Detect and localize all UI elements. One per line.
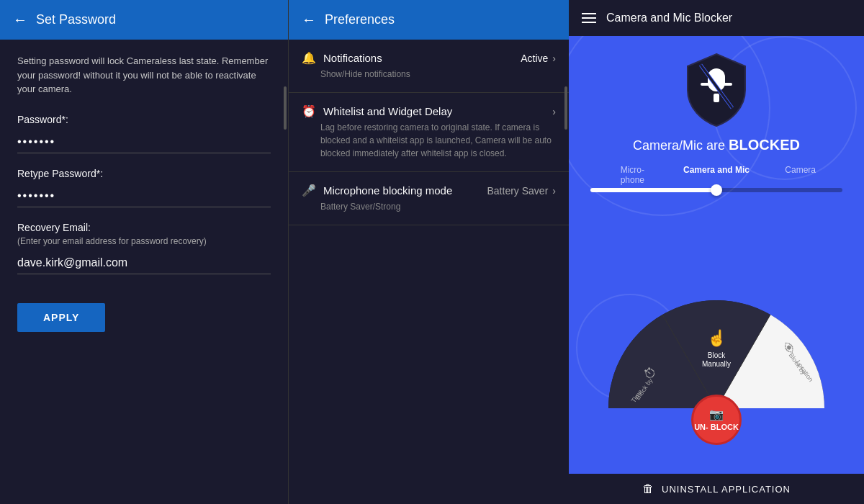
status-prefix: Camera/Mic are bbox=[633, 138, 729, 153]
info-text: Setting password will lock Cameraless la… bbox=[17, 54, 271, 96]
microphone-left: 🎤 Microphone blocking mode bbox=[302, 184, 452, 197]
retype-label: Retype Password*: bbox=[17, 168, 271, 179]
blocker-panel: Camera and Mic Blocker Camera/Mic are BL… bbox=[569, 0, 864, 504]
microphone-desc: Battery Saver/Strong bbox=[320, 200, 556, 213]
notifications-title: Notifications bbox=[323, 52, 382, 64]
slider-track[interactable] bbox=[590, 188, 842, 192]
svg-text:Block: Block bbox=[708, 351, 726, 359]
scrollbar[interactable] bbox=[284, 86, 287, 130]
shield-icon bbox=[680, 50, 752, 130]
whitelist-title: Whitelist and Widget Delay bbox=[323, 105, 452, 117]
notifications-item[interactable]: 🔔 Notifications Active › Show/Hide notif… bbox=[289, 40, 569, 93]
slider-fill bbox=[590, 188, 716, 192]
microphone-arrow: › bbox=[552, 185, 556, 197]
whitelist-item[interactable]: ⏰ Whitelist and Widget Delay › Lag befor… bbox=[289, 93, 569, 172]
svg-rect-2 bbox=[714, 94, 719, 102]
preferences-title: Preferences bbox=[325, 12, 395, 27]
slider-thumb[interactable] bbox=[711, 184, 722, 196]
retype-input[interactable] bbox=[17, 185, 271, 207]
blocker-header: Camera and Mic Blocker bbox=[569, 0, 864, 36]
bell-icon: 🔔 bbox=[302, 51, 316, 65]
svg-text:Manually: Manually bbox=[702, 360, 731, 368]
mode-label-microphone: Micro-phone bbox=[590, 165, 675, 185]
status-highlight: BLOCKED bbox=[729, 137, 800, 153]
blocker-title: Camera and Mic Blocker bbox=[606, 12, 732, 24]
whitelist-left: ⏰ Whitelist and Widget Delay bbox=[302, 104, 452, 118]
radial-container: ☝ Block Manually ⏱ Block by Time 👁 Block… bbox=[583, 207, 850, 459]
uninstall-bar[interactable]: 🗑 UNINSTALL APPLICATION bbox=[569, 474, 864, 504]
blocker-main: Camera/Mic are BLOCKED Micro-phone Camer… bbox=[569, 36, 864, 474]
set-password-panel: ← Set Password Setting password will loc… bbox=[0, 0, 288, 504]
pref-scrollbar[interactable] bbox=[564, 86, 567, 130]
notifications-right: Active › bbox=[521, 53, 556, 64]
password-field-group: Password*: bbox=[17, 114, 271, 153]
mic-icon: 🎤 bbox=[302, 184, 316, 197]
preferences-header: ← Preferences bbox=[289, 0, 569, 40]
clock-icon: ⏰ bbox=[302, 104, 316, 118]
status-text: Camera/Mic are BLOCKED bbox=[633, 137, 800, 153]
retype-field-group: Retype Password*: bbox=[17, 168, 271, 207]
recovery-field-group: Recovery Email: (Enter your email addres… bbox=[17, 222, 271, 274]
pref-back-arrow-icon[interactable]: ← bbox=[302, 12, 316, 28]
unblock-label: UN- BLOCK bbox=[694, 423, 739, 432]
whitelist-desc: Lag before restoring camera to original … bbox=[320, 121, 556, 160]
notifications-left: 🔔 Notifications bbox=[302, 51, 382, 65]
battery-saver-badge: Battery Saver bbox=[487, 185, 549, 197]
notifications-arrow: › bbox=[552, 53, 556, 64]
whitelist-arrow: › bbox=[552, 106, 556, 117]
microphone-title: Microphone blocking mode bbox=[323, 184, 452, 197]
microphone-right: Battery Saver › bbox=[487, 185, 557, 197]
recovery-label: Recovery Email: bbox=[17, 222, 271, 233]
uninstall-label: UNINSTALL APPLICATION bbox=[662, 484, 791, 495]
recovery-email-input[interactable] bbox=[17, 252, 271, 274]
hamburger-line-2 bbox=[582, 17, 596, 19]
microphone-header: 🎤 Microphone blocking mode Battery Saver… bbox=[302, 184, 556, 197]
svg-text:☝: ☝ bbox=[707, 328, 727, 348]
whitelist-right: › bbox=[552, 106, 556, 117]
mode-labels: Micro-phone Camera and Mic Camera bbox=[590, 165, 842, 185]
password-header: ← Set Password bbox=[0, 0, 288, 40]
password-content: Setting password will lock Cameraless la… bbox=[0, 40, 288, 504]
hamburger-menu-icon[interactable] bbox=[582, 13, 596, 23]
apply-button[interactable]: APPLY bbox=[17, 303, 105, 332]
microphone-item[interactable]: 🎤 Microphone blocking mode Battery Saver… bbox=[289, 172, 569, 225]
mode-label-camera: Camera bbox=[758, 165, 842, 185]
hamburger-line-3 bbox=[582, 22, 596, 23]
radial-svg: ☝ Block Manually ⏱ Block by Time 👁 Block… bbox=[587, 207, 846, 408]
mode-label-camera-mic: Camera and Mic bbox=[675, 165, 759, 185]
hamburger-line-1 bbox=[582, 13, 596, 14]
unblock-button[interactable]: 📷 UN- BLOCK bbox=[691, 395, 742, 445]
notifications-header: 🔔 Notifications Active › bbox=[302, 51, 556, 65]
password-panel-title: Set Password bbox=[36, 12, 116, 27]
preferences-panel: ← Preferences 🔔 Notifications Active › S… bbox=[288, 0, 569, 504]
whitelist-header: ⏰ Whitelist and Widget Delay › bbox=[302, 104, 556, 118]
active-badge: Active bbox=[521, 53, 548, 64]
trash-icon: 🗑 bbox=[642, 482, 654, 495]
password-input[interactable] bbox=[17, 131, 271, 153]
password-label: Password*: bbox=[17, 114, 271, 125]
mode-slider-container: Micro-phone Camera and Mic Camera bbox=[583, 165, 850, 207]
notifications-desc: Show/Hide notifications bbox=[320, 68, 556, 81]
back-arrow-icon[interactable]: ← bbox=[13, 12, 27, 28]
camera-icon-small: 📷 bbox=[709, 408, 724, 421]
recovery-sublabel: (Enter your email address for password r… bbox=[17, 236, 271, 246]
